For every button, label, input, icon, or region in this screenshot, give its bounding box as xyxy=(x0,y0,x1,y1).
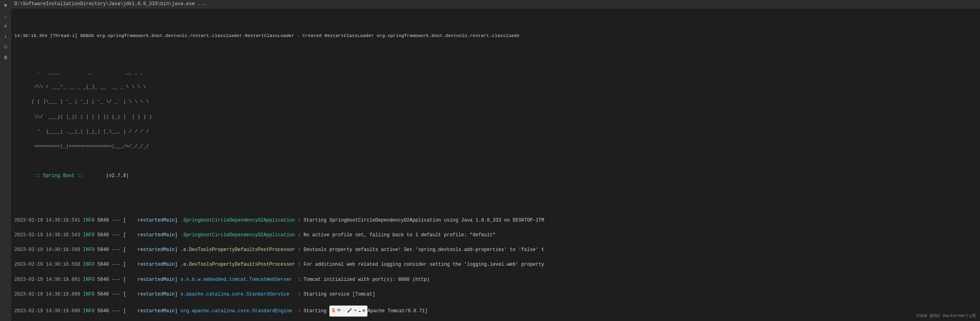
log-line-3: 2023-02-19 14:30:18.568 INFO 5840 --- [ … xyxy=(14,261,977,268)
debug-line: 14:30:18.354 [Thread-1] DEBUG org.spring… xyxy=(14,32,977,39)
log-line-0: 2023-02-19 14:30:18.541 INFO 5840 --- [ … xyxy=(14,217,977,224)
log-message: : Starting service [Tomcat] xyxy=(298,292,375,297)
ime-grid[interactable]: ⊞ xyxy=(362,307,365,314)
csdn-watermark: CSDN @FBI HackerHarry浩 xyxy=(916,313,976,319)
log-level: INFO xyxy=(83,262,95,267)
log-line-6: 2023-02-19 14:30:19.096 INFO 5840 --- [ … xyxy=(14,305,977,317)
log-logger: .e.DevToolsPropertyDefaultsPostProcessor xyxy=(181,247,295,253)
log-message: : Devtools property defaults active! Set… xyxy=(298,247,544,253)
log-logger: .e.DevToolsPropertyDefaultsPostProcessor xyxy=(181,262,295,267)
log-thread: restartedMain xyxy=(129,308,175,314)
toolbar-btn-1[interactable]: ▼ xyxy=(2,2,10,10)
log-level: INFO xyxy=(83,232,95,238)
log-message-after: Apache Tomcat/9.0.71] xyxy=(368,308,428,314)
log-logger: o.apache.catalina.core.StandardService xyxy=(181,292,295,297)
log-message: : Starting xyxy=(298,308,329,314)
toolbar-btn-clear[interactable]: 🗑 xyxy=(2,53,10,61)
log-pid: 5840 xyxy=(97,262,109,267)
log-line-4: 2023-02-19 14:30:19.091 INFO 5840 --- [ … xyxy=(14,276,977,284)
spring-boot-label: :: Spring Boot :: xyxy=(31,173,86,179)
log-pid: 5840 xyxy=(97,292,109,297)
log-message: : Tomcat initialized with port(s): 8080 … xyxy=(298,277,430,282)
log-timestamp: 2023-02-19 14:30:18.543 xyxy=(14,232,80,238)
log-logger: .SpringbootCircleDependencyO2Application xyxy=(181,218,295,223)
console-window: ▼ ↓ ≡ ⬇ ⎙ 🗑 D:\SoftwareInstallationDirec… xyxy=(0,0,980,321)
spring-boot-version: (v2.7.8) xyxy=(86,173,129,179)
log-thread: restartedMain xyxy=(129,232,175,238)
log-timestamp: 2023-02-19 14:30:18.541 xyxy=(14,218,80,223)
toolbar-btn-print[interactable]: ⎙ xyxy=(2,43,10,51)
log-thread: restartedMain xyxy=(129,292,175,297)
log-thread: restartedMain xyxy=(129,247,175,253)
log-timestamp: 2023-02-19 14:30:19.096 xyxy=(14,308,80,314)
log-timestamp: 2023-02-19 14:30:19.096 xyxy=(14,292,80,297)
log-area: 14:30:18.354 [Thread-1] DEBUG org.spring… xyxy=(11,8,980,321)
log-level: INFO xyxy=(83,218,95,223)
toolbar-btn-2[interactable]: ↓ xyxy=(2,12,10,20)
ascii-art-6: =========|_|===============|___/=/_/_/_/ xyxy=(31,144,149,149)
log-pid: 5840 xyxy=(97,308,109,314)
log-level: INFO xyxy=(83,247,95,253)
ascii-art-1: . ____ _ __ _ _ xyxy=(31,70,143,75)
toolbar-btn-3[interactable]: ≡ xyxy=(2,22,10,30)
log-message: : No active profile set, falling back to… xyxy=(298,232,496,238)
log-pid: 5840 xyxy=(97,232,109,238)
log-lines-container: 2023-02-19 14:30:18.541 INFO 5840 --- [ … xyxy=(14,217,977,321)
log-line-5: 2023-02-19 14:30:19.096 INFO 5840 --- [ … xyxy=(14,291,977,298)
log-message: : For additional web related logging con… xyxy=(298,262,544,267)
log-pid: 5840 xyxy=(97,277,109,282)
log-level: INFO xyxy=(83,292,95,297)
title-bar: D:\SoftwareInstallationDirectory\Java\jd… xyxy=(11,0,980,8)
log-timestamp: 2023-02-19 14:30:19.091 xyxy=(14,277,80,282)
ime-mic[interactable]: 🎤 xyxy=(347,307,352,314)
ascii-art-2: /\\ / ___'_ __ _ _(_)_ __ __ _ \ \ \ \ xyxy=(31,84,146,90)
ime-dot: · xyxy=(343,307,346,314)
ascii-art-4: \\/ ___)| |_)| | | | | || (_| | ) ) ) ) xyxy=(31,114,152,120)
ime-keyboard[interactable]: ⌨ xyxy=(354,307,357,314)
log-timestamp: 2023-02-19 14:30:18.568 xyxy=(14,247,80,253)
log-line-2: 2023-02-19 14:30:18.568 INFO 5840 --- [ … xyxy=(14,246,977,254)
ime-cloud[interactable]: ☁ xyxy=(358,307,361,314)
ascii-art-3: ( ( )\___ | '_ | '_| | '_ \/ _` | \ \ \ … xyxy=(31,99,149,105)
console-content: D:\SoftwareInstallationDirectory\Java\jd… xyxy=(11,0,980,321)
log-logger: .SpringbootCircleDependencyO2Application xyxy=(181,232,295,238)
log-level: INFO xyxy=(83,308,95,314)
ime-chinese[interactable]: 中 xyxy=(337,307,341,314)
log-logger: o.s.b.w.embedded.tomcat.TomcatWebServer xyxy=(181,277,295,282)
log-thread: restartedMain xyxy=(129,277,175,282)
ascii-art-5: ' |____| .__|_| |_|_| |_\__, | / / / / xyxy=(31,129,149,134)
log-message: : Starting SpringbootCircleDependencyO2A… xyxy=(298,218,544,223)
log-timestamp: 2023-02-19 14:30:18.568 xyxy=(14,262,80,267)
sogou-logo: S xyxy=(332,307,335,315)
log-pid: 5840 xyxy=(97,247,109,253)
left-toolbar: ▼ ↓ ≡ ⬇ ⎙ 🗑 xyxy=(0,0,11,321)
log-thread: restartedMain xyxy=(129,218,175,223)
log-level: INFO xyxy=(83,277,95,282)
log-thread: restartedMain xyxy=(129,262,175,267)
log-logger: org.apache.catalina.core.StandardEngine xyxy=(181,308,295,314)
log-line-1: 2023-02-19 14:30:18.543 INFO 5840 --- [ … xyxy=(14,232,977,239)
log-pid: 5840 xyxy=(97,218,109,223)
ime-bar[interactable]: S中·🎤⌨☁⊞ xyxy=(329,305,368,317)
toolbar-btn-4[interactable]: ⬇ xyxy=(2,33,10,41)
